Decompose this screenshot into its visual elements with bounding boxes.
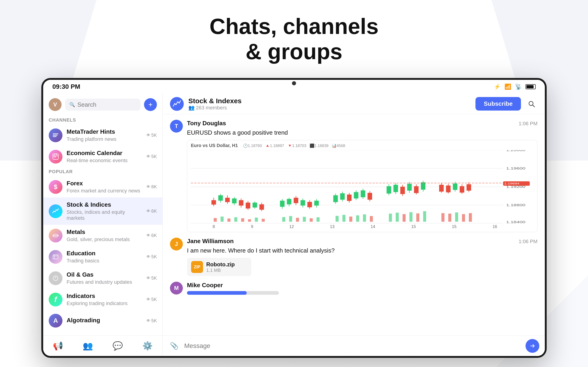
channel-list: CHANNELS MetaTrader Hints Tra <box>43 116 162 335</box>
channel-item-education[interactable]: Education Trading basics 👁 5K <box>43 246 162 267</box>
search-bar-area: V 🔍 + <box>43 94 162 116</box>
msg-header-mike: Mike Cooper <box>187 282 537 289</box>
channel-avatar-metals <box>49 229 62 242</box>
svg-text:1.19600: 1.19600 <box>506 167 526 170</box>
svg-rect-8 <box>55 156 56 157</box>
svg-rect-49 <box>314 201 319 206</box>
svg-rect-77 <box>446 186 451 192</box>
msg-text-jane: I am new here. Where do I start with tec… <box>187 246 537 255</box>
msg-avatar-mike: M <box>170 282 183 294</box>
chart-x-labels: 89121314151516 <box>191 224 534 229</box>
chart-header: Euro vs US Dollar, H1 🕐1.18760 🔺1.18897 … <box>191 143 534 148</box>
svg-rect-53 <box>340 193 345 200</box>
channel-count-algotrading: 👁 5K <box>146 318 157 323</box>
file-info: Roboto.zip 1.1 MB <box>206 261 235 273</box>
search-input[interactable] <box>78 101 136 108</box>
svg-rect-43 <box>294 198 298 203</box>
battery-fill <box>527 85 534 88</box>
svg-rect-63 <box>387 186 391 194</box>
nav-chats[interactable]: 💬 <box>103 339 132 353</box>
contacts-nav-icon: 👥 <box>83 341 93 351</box>
svg-rect-85 <box>214 218 216 222</box>
sidebar: V 🔍 + CHANNELS <box>43 94 163 356</box>
svg-rect-5 <box>56 153 57 155</box>
svg-rect-95 <box>296 218 299 222</box>
bottom-nav: 📢 👥 💬 ⚙️ <box>43 335 162 356</box>
svg-rect-86 <box>221 217 224 222</box>
channel-item-metatrader[interactable]: MetaTrader Hints Trading platform news 👁… <box>43 125 162 146</box>
channel-info-stocks: Stock & Indices Stocks, indices and equi… <box>67 201 142 221</box>
nav-channels[interactable]: 📢 <box>44 339 72 353</box>
channel-desc-forex: Forex market and currency news <box>67 188 142 194</box>
channel-item-indicators[interactable]: f Indicators Exploring trading indicator… <box>43 289 162 310</box>
svg-rect-108 <box>409 212 413 222</box>
svg-rect-75 <box>439 185 444 192</box>
svg-text:1.18800: 1.18800 <box>506 203 526 207</box>
channel-avatar-forex: $ <box>49 180 62 194</box>
channel-count-education: 👁 5K <box>146 254 157 259</box>
attach-button[interactable]: 📎 <box>168 340 180 352</box>
svg-line-16 <box>533 105 535 107</box>
svg-rect-79 <box>453 184 458 190</box>
candlestick-chart-svg: 1.20000 1.19600 1.19200 1.18800 1.18400 … <box>191 150 534 223</box>
message-input-area: 📎 <box>163 335 545 356</box>
chat-header: Stock & Indexes 👥 263 members Subscribe <box>163 94 545 114</box>
search-input-wrap[interactable]: 🔍 <box>65 99 140 110</box>
file-attachment[interactable]: ZIP Roboto.zip 1.1 MB <box>187 258 251 276</box>
svg-rect-41 <box>287 199 292 204</box>
settings-nav-icon: ⚙️ <box>142 341 153 351</box>
chat-search-button[interactable] <box>526 98 537 110</box>
channel-name-algotrading: Algotrading <box>67 317 142 324</box>
channel-item-stocks[interactable]: Stock & Indices Stocks, indices and equi… <box>43 198 162 225</box>
channel-item-forex[interactable]: $ Forex Forex market and currency news 👁… <box>43 176 162 198</box>
channel-desc-economic: Real-time economic events <box>67 158 142 164</box>
svg-rect-1 <box>53 135 57 135</box>
channels-nav-icon: 📢 <box>53 341 63 351</box>
progress-bar-fill <box>187 291 247 295</box>
chat-area: Stock & Indexes 👥 263 members Subscribe <box>163 94 545 356</box>
svg-rect-96 <box>303 217 306 222</box>
svg-rect-81 <box>460 186 464 193</box>
svg-rect-83 <box>467 184 471 191</box>
svg-rect-33 <box>246 202 250 209</box>
svg-rect-111 <box>441 213 444 222</box>
nav-settings[interactable]: ⚙️ <box>133 339 162 353</box>
svg-rect-37 <box>259 204 264 210</box>
eye-icon-economic: 👁 <box>146 154 150 159</box>
svg-rect-27 <box>225 198 230 202</box>
chat-channel-info: Stock & Indexes 👥 263 members <box>188 97 471 111</box>
msg-time-jane: 1:06 PM <box>519 239 537 244</box>
message-row-jane: J Jane Williamson 1:06 PM I am new here.… <box>170 238 537 276</box>
msg-time-tony: 1:06 PM <box>519 121 537 127</box>
message-input[interactable] <box>184 342 521 350</box>
svg-rect-65 <box>393 185 398 192</box>
channel-item-economic[interactable]: Economic Calendar Real-time economic eve… <box>43 146 162 167</box>
channel-count-indicators: 👁 5K <box>146 297 157 302</box>
chat-channel-members: 👥 263 members <box>188 105 471 111</box>
subscribe-button[interactable]: Subscribe <box>476 97 521 110</box>
msg-header-tony: Tony Douglas 1:06 PM <box>187 120 537 127</box>
svg-text:1.20000: 1.20000 <box>506 150 526 152</box>
svg-rect-112 <box>448 214 451 222</box>
channel-avatar-stocks <box>49 204 62 218</box>
battery-icon <box>526 84 536 89</box>
nav-contacts[interactable]: 👥 <box>73 339 102 353</box>
svg-rect-107 <box>403 214 406 222</box>
send-button[interactable] <box>526 339 539 353</box>
svg-rect-35 <box>253 202 257 207</box>
status-icons: ⚡ 📶 📡 <box>494 83 536 90</box>
page-title: Chats, channels & groups <box>0 14 588 65</box>
channel-name-economic: Economic Calendar <box>67 150 142 157</box>
channel-avatar-education <box>49 250 62 264</box>
eye-icon-forex: 👁 <box>146 184 150 189</box>
svg-rect-110 <box>423 211 426 222</box>
channel-name-indicators: Indicators <box>67 292 142 300</box>
svg-rect-29 <box>232 198 237 203</box>
channel-desc-stocks: Stocks, indices and equity markets <box>67 209 142 221</box>
channel-item-algotrading[interactable]: A Algotrading 👁 5K <box>43 310 162 331</box>
channel-item-oil[interactable]: Oil & Gas Futures and industry updates 👁… <box>43 267 162 289</box>
channel-name-education: Education <box>67 250 142 257</box>
channel-item-metals[interactable]: Metals Gold, silver, precious metals 👁 6… <box>43 225 162 246</box>
svg-rect-103 <box>363 215 366 222</box>
add-button[interactable]: + <box>144 98 157 111</box>
